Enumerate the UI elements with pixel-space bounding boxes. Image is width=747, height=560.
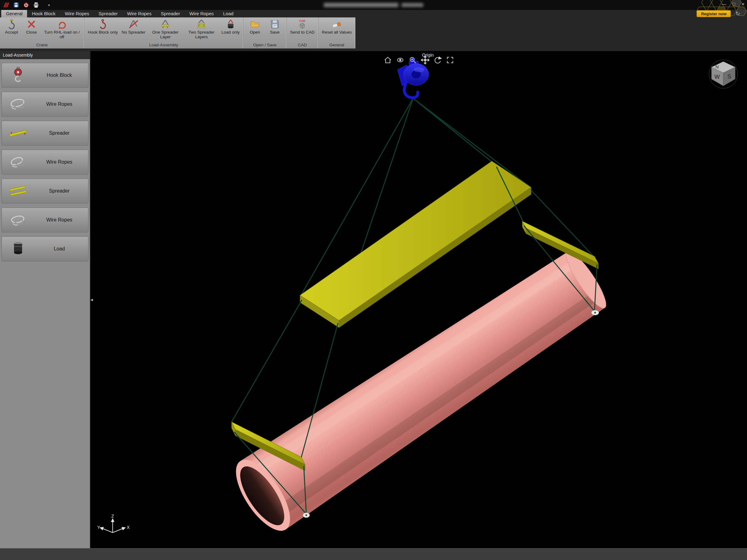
viewport-3d[interactable]: Origin [91,51,747,548]
close-button[interactable]: × [741,2,745,7]
ribbon-group-cad: CAD Send to CAD CAD [287,18,318,48]
button-label: No Spreader [122,30,146,35]
tab-load[interactable]: Load [218,10,238,18]
spreader-double-thumb-icon [2,182,34,200]
open-button[interactable]: Open [245,18,265,35]
svg-text:N: N [716,64,719,70]
titlebar: ▾ — [0,0,747,10]
button-label: One Spreader Layer [149,30,181,39]
load-thumb-icon [2,240,34,258]
hook-block-only-button[interactable]: Hook Block only [86,18,120,35]
load-assembly-sidebar: Load-Assembly Hook Block [0,51,91,548]
axis-triad: Z X Y [97,514,131,543]
sidebar-item-wire-ropes-2[interactable]: Wire Ropes [2,150,88,175]
sidebar-item-wire-ropes-1[interactable]: Wire Ropes [2,92,88,117]
group-label-crane: Crane [0,42,84,48]
item-label: Spreader [34,188,88,194]
button-label: Send to CAD [290,30,315,35]
rotate-view-icon[interactable] [433,56,442,64]
tab-hook-block[interactable]: Hook Block [27,10,60,18]
close-ribbon-button[interactable]: Close [22,18,42,35]
hook-block-thumb-icon [2,66,34,84]
ribbon-tab-bar: General Hook Block Wire Ropes Spreader W… [0,10,747,18]
no-spreader-icon [128,19,139,30]
no-spreader-button[interactable]: No Spreader [120,18,148,35]
ribbon-group-general: Reset all Values General [318,18,356,48]
home-view-icon[interactable] [383,56,392,64]
window-title-blurred [324,0,423,10]
view-cube[interactable]: N W S [708,58,739,89]
maximize-button[interactable]: □ [733,2,735,6]
item-label: Wire Ropes [34,159,88,165]
load-only-button[interactable]: Load only [220,18,241,35]
button-label: Two Spreader Layers [185,30,217,39]
tab-spreader-2[interactable]: Spreader [156,10,185,18]
statusbar [0,548,747,560]
printer-icon[interactable] [33,2,39,8]
power-icon[interactable] [23,2,29,8]
fullscreen-icon[interactable] [446,56,455,64]
button-label: Open [250,30,260,35]
svg-text:S: S [727,74,731,80]
tab-general[interactable]: General [1,10,27,18]
send-to-cad-icon: CAD [297,19,308,30]
spreader-thumb-icon [2,125,34,142]
eraser-icon [331,19,342,30]
close-x-icon [26,19,37,30]
ribbon: Accept Close Turn RHL-load on / off [0,18,747,51]
reset-all-values-button[interactable]: Reset all Values [320,18,354,35]
group-label-open-save: Open / Save [243,42,286,48]
button-label: Reset all Values [322,30,352,35]
ribbon-group-open-save: Open Save Open / Save [243,18,287,48]
item-label: Load [34,246,88,252]
group-label-load-assembly: Load-Assembly [84,42,243,48]
sidebar-item-spreader-2[interactable]: Spreader [2,179,88,204]
group-label-general: General [318,42,356,48]
send-to-cad-button[interactable]: CAD Send to CAD [288,18,316,35]
tab-wire-ropes-3[interactable]: Wire Ropes [185,10,218,18]
svg-text:CAD: CAD [300,19,306,22]
origin-label: Origin [422,53,434,58]
hook-only-icon [97,19,108,30]
wire-ropes-thumb-icon [2,96,34,113]
sidebar-item-wire-ropes-3[interactable]: Wire Ropes [2,208,88,232]
scene-3d[interactable] [91,51,747,548]
item-label: Spreader [34,130,88,136]
viewport-nav-toolbar: Origin [383,53,455,64]
wire-ropes-thumb-icon [2,211,34,229]
two-spreader-layers-button[interactable]: Two Spreader Layers [183,18,220,40]
toggle-arrow-icon [56,19,68,30]
tab-wire-ropes-2[interactable]: Wire Ropes [122,10,156,18]
svg-text:W: W [715,74,720,80]
load-only-icon [225,19,236,30]
sidebar-item-hook-block[interactable]: Hook Block [2,63,88,88]
zoom-window-icon[interactable] [408,56,417,64]
one-spreader-icon [160,19,171,30]
button-label: Save [270,30,280,35]
tab-spreader-1[interactable]: Spreader [94,10,123,18]
save-button[interactable]: Save [265,18,285,35]
save-quick-icon[interactable] [13,2,19,8]
refresh-icon[interactable]: ↻ [734,10,741,18]
item-label: Hook Block [34,73,88,78]
button-label: Load only [221,30,240,35]
minimize-button[interactable]: — [722,2,726,6]
save-floppy-icon [269,19,280,30]
quick-access-caret-icon[interactable]: ▾ [48,3,50,7]
sidebar-collapse-icon[interactable]: ◄ [89,298,94,302]
view-sphere-icon[interactable] [396,56,405,64]
button-label: Close [26,30,37,35]
register-now-button[interactable]: Register now [697,10,731,17]
svg-text:Z: Z [111,514,114,518]
tab-wire-ropes-1[interactable]: Wire Ropes [60,10,94,18]
open-folder-icon [249,19,260,30]
one-spreader-layer-button[interactable]: One Spreader Layer [147,18,183,40]
button-label: Hook Block only [88,30,118,35]
group-label-cad: CAD [287,42,318,48]
button-label: Accept [5,30,18,35]
sidebar-title: Load-Assembly [0,51,90,59]
accept-button[interactable]: Accept [2,18,22,35]
sidebar-item-spreader-1[interactable]: Spreader [2,121,88,145]
sidebar-item-load[interactable]: Load [2,236,88,261]
turn-rhl-load-button[interactable]: Turn RHL-load on / off [42,18,82,40]
